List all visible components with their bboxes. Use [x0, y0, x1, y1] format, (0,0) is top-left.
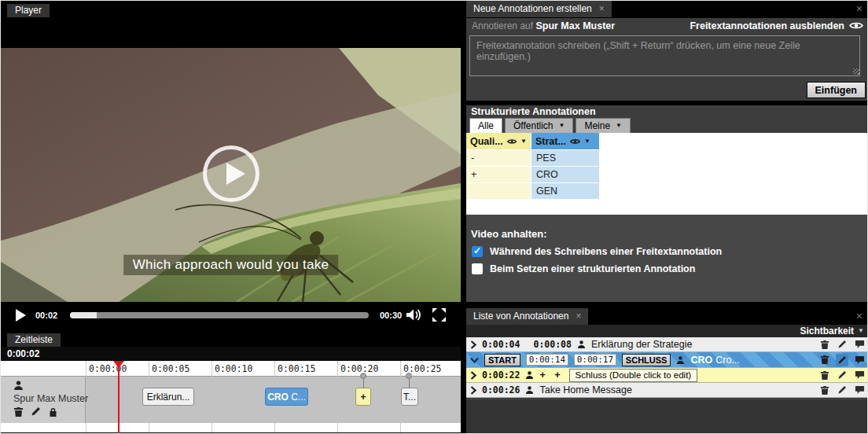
tab-label: Meine — [584, 120, 610, 131]
delete-icon[interactable] — [820, 370, 829, 381]
tick-label: 0:00:20 — [340, 363, 378, 374]
edit-icon[interactable] — [837, 385, 847, 395]
annotation-row[interactable]: 0:00:26 Take Home Message — [466, 383, 868, 398]
tab-meine[interactable]: Meine▼ — [576, 118, 631, 134]
track-header: Spur Max Muster — [1, 377, 86, 423]
annotation-block-point[interactable]: T... — [401, 388, 418, 406]
annotate-tabbar: Neue Annotationen erstellen× × — [466, 1, 868, 18]
annotation-row[interactable]: 0:00:22 + + Schluss (Double click to edi… — [466, 368, 868, 383]
timeline-track[interactable]: Spur Max Muster Erklärun... CRO C... + T… — [1, 377, 461, 423]
hide-freetext-toggle[interactable]: Freitextannotationen ausblenden — [690, 20, 863, 31]
table-cell[interactable]: PES — [531, 150, 599, 166]
app-window: Player — [0, 0, 868, 434]
person-icon — [525, 385, 534, 395]
timeline-ruler[interactable]: 0:00:00 0:00:05 0:00:10 0:00:15 0:00:20 … — [1, 361, 461, 377]
visibility-dropdown[interactable]: Sichtbarkeit — [800, 326, 854, 337]
tick-label: 0:00:10 — [215, 363, 252, 374]
fullscreen-icon[interactable] — [432, 307, 447, 322]
table-cell[interactable]: GEN — [531, 183, 599, 199]
duration-time: 00:30 — [380, 311, 402, 320]
delete-track-icon[interactable] — [13, 406, 24, 417]
playhead[interactable] — [118, 361, 120, 434]
annotation-block-selected[interactable]: CRO C... — [265, 388, 308, 406]
comment-icon[interactable] — [855, 370, 865, 380]
close-tab-icon[interactable]: × — [599, 3, 605, 14]
seek-bar[interactable] — [70, 312, 369, 318]
edit-tooltip[interactable]: Schluss (Double click to edit) — [569, 369, 698, 382]
table-cell[interactable]: + — [466, 167, 531, 182]
annotation-block-point[interactable]: + — [355, 388, 371, 406]
track-name: Spur Max Muster — [13, 393, 88, 404]
freetext-input[interactable] — [469, 35, 860, 76]
edit-icon[interactable] — [837, 340, 847, 349]
end-time-input[interactable] — [574, 354, 616, 366]
visibility-bar: Sichtbarkeit ▼ — [466, 325, 868, 337]
chevron-down-icon[interactable] — [470, 357, 479, 363]
annotation-row-selected[interactable]: START SCHLUSS CROCro... — [466, 352, 868, 368]
close-panel-icon[interactable]: × — [856, 310, 862, 322]
delete-icon[interactable] — [820, 385, 829, 395]
eye-icon[interactable] — [570, 138, 580, 145]
comment-icon[interactable] — [855, 385, 865, 395]
column-header-strat[interactable]: Strat... ▼ — [531, 133, 599, 149]
comment-icon[interactable] — [855, 355, 865, 365]
tab-alle[interactable]: Alle — [469, 118, 502, 134]
chevron-down-icon: ▼ — [858, 328, 864, 334]
eye-icon[interactable] — [507, 138, 517, 145]
delete-icon[interactable] — [820, 340, 829, 350]
video-viewport[interactable]: Which approach would you take — [1, 48, 461, 302]
start-time-input[interactable] — [526, 354, 568, 366]
start-button[interactable]: START — [484, 354, 520, 366]
playhead-handle[interactable] — [113, 361, 124, 368]
chevron-right-icon[interactable] — [470, 371, 476, 380]
tab-liste-von-annotationen[interactable]: Liste von Annotationen× — [466, 308, 588, 325]
structured-heading: Strukturierte Annotationen — [471, 106, 596, 117]
pin-stem — [409, 379, 410, 388]
close-tab-icon[interactable]: × — [576, 311, 581, 322]
timeline-empty-row — [1, 423, 461, 432]
tab-neue-annotationen[interactable]: Neue Annotationen erstellen× — [466, 1, 612, 17]
column-header-quali[interactable]: Quali... ▼ — [466, 133, 531, 149]
player-controls: 00:02 00:30 — [1, 302, 461, 329]
play-overlay-button[interactable] — [203, 145, 259, 202]
table-cell[interactable]: CRO — [531, 167, 599, 182]
close-panel-icon[interactable]: × — [856, 2, 862, 15]
resize-grip[interactable] — [853, 68, 859, 75]
chevron-down-icon[interactable]: ▼ — [520, 138, 527, 145]
table-cell[interactable] — [466, 183, 531, 199]
grid-line — [211, 423, 212, 432]
pin-stem — [363, 379, 364, 388]
chevron-right-icon[interactable] — [470, 340, 476, 349]
edit-icon[interactable] — [837, 370, 847, 380]
annotation-row[interactable]: 0:00:04 0:00:08 Erklärung der Strategie — [466, 337, 868, 352]
pause-option[interactable]: Beim Setzen einer strukturierten Annotat… — [472, 263, 695, 274]
grid-line — [211, 361, 212, 377]
tab-label: Alle — [478, 120, 494, 131]
delete-icon[interactable] — [820, 355, 829, 365]
comment-icon[interactable] — [855, 340, 865, 349]
schluss-button[interactable]: SCHLUSS — [622, 354, 671, 366]
grid-line — [149, 361, 149, 377]
chevron-right-icon[interactable] — [470, 386, 476, 395]
start-time: 0:00:22 — [482, 370, 520, 381]
person-icon — [13, 380, 24, 391]
grid-line — [400, 361, 401, 377]
annotation-block[interactable]: Erklärun... — [142, 388, 194, 406]
column-strat: Strat... ▼ PES CRO GEN — [531, 133, 599, 200]
pin-marker — [360, 373, 366, 379]
edit-icon-active[interactable] — [837, 355, 847, 365]
edit-track-icon[interactable] — [31, 406, 41, 417]
checkbox-unchecked[interactable] — [472, 263, 483, 274]
tab-oeffentlich[interactable]: Öffentlich▼ — [505, 118, 573, 134]
chevron-down-icon[interactable]: ▼ — [584, 138, 590, 145]
volume-icon[interactable] — [406, 308, 423, 322]
checkbox-checked[interactable] — [472, 246, 483, 257]
play-button[interactable] — [16, 309, 26, 322]
lock-track-icon[interactable] — [48, 406, 58, 417]
tab-zeitleiste[interactable]: Zeitleiste — [7, 333, 61, 347]
table-cell[interactable]: - — [466, 150, 531, 166]
tab-player[interactable]: Player — [7, 4, 50, 17]
timeline-current-time: 0:00:02 — [1, 347, 461, 361]
pause-option[interactable]: Während des Schreibens einer Freitextann… — [472, 246, 722, 257]
insert-button[interactable]: Einfügen — [807, 82, 866, 98]
